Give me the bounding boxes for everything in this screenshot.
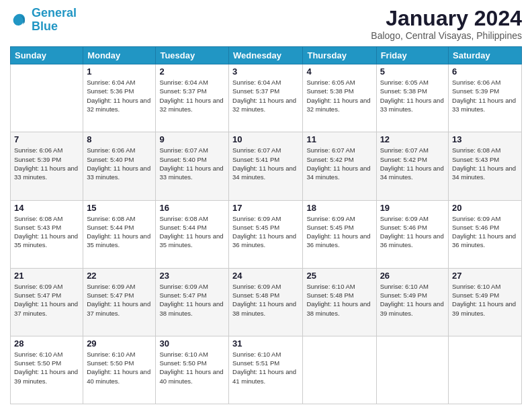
day-number: 16 (159, 203, 225, 213)
day-number: 10 (232, 134, 299, 144)
table-row: 4Sunrise: 6:05 AM Sunset: 5:38 PM Daylig… (303, 64, 376, 132)
day-number: 20 (452, 203, 518, 213)
day-number: 3 (232, 66, 299, 77)
table-row (449, 336, 522, 404)
table-row: 22Sunrise: 6:09 AM Sunset: 5:47 PM Dayli… (83, 268, 156, 336)
day-number: 1 (87, 66, 152, 77)
day-number: 7 (14, 134, 79, 144)
day-number: 9 (159, 134, 225, 144)
day-number: 11 (306, 134, 372, 144)
day-info: Sunrise: 6:10 AM Sunset: 5:48 PM Dayligh… (306, 282, 372, 318)
table-row: 10Sunrise: 6:07 AM Sunset: 5:41 PM Dayli… (229, 132, 303, 200)
day-info: Sunrise: 6:10 AM Sunset: 5:49 PM Dayligh… (380, 282, 445, 318)
header-thursday: Thursday (303, 47, 376, 64)
day-info: Sunrise: 6:09 AM Sunset: 5:48 PM Dayligh… (232, 282, 299, 318)
day-number: 12 (380, 134, 445, 144)
table-row: 25Sunrise: 6:10 AM Sunset: 5:48 PM Dayli… (303, 268, 376, 336)
table-row (376, 336, 448, 404)
day-info: Sunrise: 6:06 AM Sunset: 5:39 PM Dayligh… (452, 78, 518, 113)
month-title: January 2024 (371, 7, 522, 30)
location: Balogo, Central Visayas, Philippines (371, 30, 522, 41)
day-info: Sunrise: 6:09 AM Sunset: 5:46 PM Dayligh… (452, 214, 518, 250)
day-info: Sunrise: 6:08 AM Sunset: 5:43 PM Dayligh… (14, 214, 79, 250)
table-row: 1Sunrise: 6:04 AM Sunset: 5:36 PM Daylig… (83, 64, 156, 132)
day-number: 30 (159, 338, 225, 349)
day-number: 18 (306, 203, 372, 213)
calendar-table: Sunday Monday Tuesday Wednesday Thursday… (10, 46, 522, 404)
logo-line2: Blue (32, 19, 58, 33)
table-row: 23Sunrise: 6:09 AM Sunset: 5:47 PM Dayli… (156, 268, 229, 336)
calendar-week-row: 21Sunrise: 6:09 AM Sunset: 5:47 PM Dayli… (11, 268, 522, 336)
header-wednesday: Wednesday (229, 47, 303, 64)
day-info: Sunrise: 6:07 AM Sunset: 5:40 PM Dayligh… (159, 146, 225, 181)
day-info: Sunrise: 6:10 AM Sunset: 5:50 PM Dayligh… (87, 350, 152, 385)
table-row: 11Sunrise: 6:07 AM Sunset: 5:42 PM Dayli… (303, 132, 376, 200)
table-row: 9Sunrise: 6:07 AM Sunset: 5:40 PM Daylig… (156, 132, 229, 200)
day-info: Sunrise: 6:09 AM Sunset: 5:46 PM Dayligh… (380, 214, 445, 250)
day-info: Sunrise: 6:04 AM Sunset: 5:37 PM Dayligh… (159, 78, 225, 113)
table-row: 24Sunrise: 6:09 AM Sunset: 5:48 PM Dayli… (229, 268, 303, 336)
day-info: Sunrise: 6:10 AM Sunset: 5:50 PM Dayligh… (14, 350, 79, 385)
table-row: 28Sunrise: 6:10 AM Sunset: 5:50 PM Dayli… (11, 336, 83, 404)
header-friday: Friday (376, 47, 448, 64)
day-number: 29 (87, 338, 152, 349)
logo: General Blue (10, 7, 77, 34)
table-row: 2Sunrise: 6:04 AM Sunset: 5:37 PM Daylig… (156, 64, 229, 132)
calendar-week-row: 28Sunrise: 6:10 AM Sunset: 5:50 PM Dayli… (11, 336, 522, 404)
day-info: Sunrise: 6:09 AM Sunset: 5:47 PM Dayligh… (159, 282, 225, 318)
table-row: 31Sunrise: 6:10 AM Sunset: 5:51 PM Dayli… (229, 336, 303, 404)
day-info: Sunrise: 6:05 AM Sunset: 5:38 PM Dayligh… (306, 78, 372, 113)
day-number: 4 (306, 66, 372, 77)
day-info: Sunrise: 6:09 AM Sunset: 5:45 PM Dayligh… (306, 214, 372, 250)
logo-line1: General (32, 6, 77, 19)
table-row: 18Sunrise: 6:09 AM Sunset: 5:45 PM Dayli… (303, 200, 376, 268)
weekday-header-row: Sunday Monday Tuesday Wednesday Thursday… (11, 47, 522, 64)
day-number: 6 (452, 66, 518, 77)
table-row: 3Sunrise: 6:04 AM Sunset: 5:37 PM Daylig… (229, 64, 303, 132)
logo-icon (10, 11, 29, 30)
day-info: Sunrise: 6:10 AM Sunset: 5:50 PM Dayligh… (159, 350, 225, 385)
header-sunday: Sunday (11, 47, 83, 64)
page: General Blue January 2024 Balogo, Centra… (0, 0, 532, 411)
table-row: 20Sunrise: 6:09 AM Sunset: 5:46 PM Dayli… (449, 200, 522, 268)
day-info: Sunrise: 6:04 AM Sunset: 5:37 PM Dayligh… (232, 78, 299, 113)
table-row: 14Sunrise: 6:08 AM Sunset: 5:43 PM Dayli… (11, 200, 83, 268)
day-number: 27 (452, 271, 518, 281)
day-number: 24 (232, 271, 299, 281)
table-row: 12Sunrise: 6:07 AM Sunset: 5:42 PM Dayli… (376, 132, 448, 200)
day-number: 17 (232, 203, 299, 213)
table-row: 30Sunrise: 6:10 AM Sunset: 5:50 PM Dayli… (156, 336, 229, 404)
day-number: 19 (380, 203, 445, 213)
header-saturday: Saturday (449, 47, 522, 64)
day-number: 21 (14, 271, 79, 281)
table-row: 21Sunrise: 6:09 AM Sunset: 5:47 PM Dayli… (11, 268, 83, 336)
table-row: 15Sunrise: 6:08 AM Sunset: 5:44 PM Dayli… (83, 200, 156, 268)
day-info: Sunrise: 6:09 AM Sunset: 5:47 PM Dayligh… (14, 282, 79, 318)
calendar-week-row: 14Sunrise: 6:08 AM Sunset: 5:43 PM Dayli… (11, 200, 522, 268)
table-row: 7Sunrise: 6:06 AM Sunset: 5:39 PM Daylig… (11, 132, 83, 200)
day-number: 8 (87, 134, 152, 144)
day-number: 26 (380, 271, 445, 281)
day-info: Sunrise: 6:08 AM Sunset: 5:44 PM Dayligh… (87, 214, 152, 250)
day-number: 5 (380, 66, 445, 77)
day-info: Sunrise: 6:06 AM Sunset: 5:40 PM Dayligh… (87, 146, 152, 181)
header-tuesday: Tuesday (156, 47, 229, 64)
day-info: Sunrise: 6:08 AM Sunset: 5:43 PM Dayligh… (452, 146, 518, 181)
table-row: 29Sunrise: 6:10 AM Sunset: 5:50 PM Dayli… (83, 336, 156, 404)
day-info: Sunrise: 6:04 AM Sunset: 5:36 PM Dayligh… (87, 78, 152, 113)
title-section: January 2024 Balogo, Central Visayas, Ph… (371, 7, 522, 41)
logo-text: General Blue (32, 7, 77, 34)
calendar-week-row: 7Sunrise: 6:06 AM Sunset: 5:39 PM Daylig… (11, 132, 522, 200)
header-monday: Monday (83, 47, 156, 64)
table-row: 5Sunrise: 6:05 AM Sunset: 5:38 PM Daylig… (376, 64, 448, 132)
table-row: 6Sunrise: 6:06 AM Sunset: 5:39 PM Daylig… (449, 64, 522, 132)
day-info: Sunrise: 6:08 AM Sunset: 5:44 PM Dayligh… (159, 214, 225, 250)
table-row (303, 336, 376, 404)
table-row: 17Sunrise: 6:09 AM Sunset: 5:45 PM Dayli… (229, 200, 303, 268)
day-info: Sunrise: 6:07 AM Sunset: 5:42 PM Dayligh… (306, 146, 372, 181)
day-info: Sunrise: 6:10 AM Sunset: 5:49 PM Dayligh… (452, 282, 518, 318)
table-row: 27Sunrise: 6:10 AM Sunset: 5:49 PM Dayli… (449, 268, 522, 336)
day-number: 14 (14, 203, 79, 213)
calendar-week-row: 1Sunrise: 6:04 AM Sunset: 5:36 PM Daylig… (11, 64, 522, 132)
day-number: 25 (306, 271, 372, 281)
